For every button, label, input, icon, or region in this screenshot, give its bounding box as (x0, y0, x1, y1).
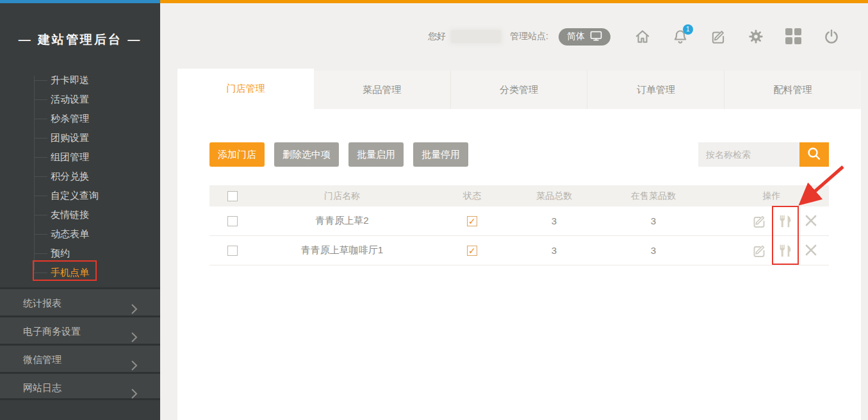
managed-site-label: 管理站点: (510, 31, 548, 42)
grid-icon[interactable] (785, 28, 802, 45)
table-row: 青青原上草咖啡厅1 3 3 (209, 236, 829, 265)
col-header-store-name: 门店名称 (256, 190, 429, 202)
gear-icon[interactable] (748, 28, 764, 45)
sidebar-sections: 统计报表 电子商务设置 微信管理 网站日志 (0, 287, 160, 400)
total-dishes-value: 3 (516, 245, 593, 256)
tab-category-management[interactable]: 分类管理 (450, 71, 587, 109)
edit-icon[interactable] (751, 243, 767, 258)
sidebar-menu: 升卡即送 活动设置 秒杀管理 团购设置 组团管理 积分兑换 自定义查询 友情链接… (0, 71, 160, 282)
sidebar-section-statistics[interactable]: 统计报表 (0, 287, 160, 315)
sidebar-item-flash-sale[interactable]: 秒杀管理 (0, 109, 160, 128)
home-icon[interactable] (634, 28, 651, 45)
select-all-checkbox[interactable] (227, 191, 238, 201)
add-store-button[interactable]: 添加门店 (209, 142, 265, 167)
tab-store-management[interactable]: 门店管理 (177, 69, 314, 109)
app-logo-title: — 建站管理后台 — (0, 3, 160, 67)
batch-enable-button[interactable]: 批量启用 (348, 142, 404, 167)
store-name: 青青原上草2 (256, 215, 429, 227)
sidebar: — 建站管理后台 — 升卡即送 活动设置 秒杀管理 团购设置 组团管理 积分兑换… (0, 3, 160, 420)
search-button[interactable] (799, 142, 829, 167)
sidebar-item-mobile-ordering[interactable]: 手机点单 (0, 263, 160, 282)
magnifier-icon (806, 146, 823, 164)
status-checkbox-checked[interactable] (467, 246, 477, 256)
app: { "app_title": "— 建站管理后台 —", "header": {… (0, 0, 868, 420)
col-header-on-sale-dishes: 在售菜品数 (593, 190, 714, 202)
sidebar-item-card-gift[interactable]: 升卡即送 (0, 71, 160, 90)
close-icon[interactable] (804, 214, 819, 229)
fork-knife-icon[interactable] (778, 214, 793, 229)
stores-table: 门店名称 状态 菜品总数 在售菜品数 操作 青青原上草2 3 3 (209, 185, 829, 265)
store-name: 青青原上草咖啡厅1 (256, 244, 429, 256)
sidebar-item-custom-query[interactable]: 自定义查询 (0, 186, 160, 205)
top-header: 您好 管理站点: 简体 1 (428, 26, 840, 47)
sidebar-section-site-logs[interactable]: 网站日志 (0, 372, 160, 400)
edit-icon[interactable] (710, 28, 726, 45)
power-icon[interactable] (823, 28, 840, 45)
search-input[interactable] (698, 142, 799, 167)
main-panel: 添加门店 删除选中项 批量启用 批量停用 门店名称 状态 菜品总数 在售菜品数 … (177, 109, 861, 420)
col-header-total-dishes: 菜品总数 (516, 190, 593, 202)
total-dishes-value: 3 (516, 215, 593, 226)
tab-ingredient-management[interactable]: 配料管理 (724, 71, 861, 109)
search-box (698, 142, 829, 167)
chevron-right-icon (129, 382, 138, 410)
monitor-icon (590, 31, 602, 43)
site-switcher-pill[interactable]: 简体 (559, 28, 610, 46)
fork-knife-icon[interactable] (778, 243, 793, 258)
sidebar-item-friend-links[interactable]: 友情链接 (0, 205, 160, 224)
bell-icon[interactable]: 1 (672, 28, 689, 45)
username-redacted (451, 30, 501, 43)
sidebar-item-activity-settings[interactable]: 活动设置 (0, 90, 160, 109)
site-switcher-label: 简体 (567, 31, 585, 42)
tab-dish-management[interactable]: 菜品管理 (314, 71, 450, 109)
topbar-orange-accent (160, 0, 868, 3)
sidebar-item-group-buy[interactable]: 团购设置 (0, 128, 160, 147)
col-header-status: 状态 (429, 190, 516, 202)
sidebar-item-group-manage[interactable]: 组团管理 (0, 147, 160, 167)
row-checkbox[interactable] (227, 216, 238, 226)
sidebar-item-reservation[interactable]: 预约 (0, 244, 160, 263)
notification-badge: 1 (683, 24, 693, 35)
table-header-row: 门店名称 状态 菜品总数 在售菜品数 操作 (209, 185, 829, 206)
row-checkbox[interactable] (227, 246, 238, 256)
row-operations (714, 243, 829, 258)
delete-selected-button[interactable]: 删除选中项 (274, 142, 339, 167)
on-sale-dishes-value: 3 (593, 245, 714, 256)
status-checkbox-checked[interactable] (467, 216, 477, 226)
sidebar-item-points-exchange[interactable]: 积分兑换 (0, 167, 160, 186)
toolbar: 添加门店 删除选中项 批量启用 批量停用 (209, 142, 468, 167)
greeting-label: 您好 (428, 31, 446, 42)
batch-disable-button[interactable]: 批量停用 (413, 142, 468, 167)
on-sale-dishes-value: 3 (593, 215, 714, 226)
sidebar-section-ecommerce[interactable]: 电子商务设置 (0, 315, 160, 344)
table-row: 青青原上草2 3 3 (209, 206, 829, 236)
edit-icon[interactable] (751, 214, 767, 229)
sidebar-item-dynamic-forms[interactable]: 动态表单 (0, 224, 160, 244)
sidebar-section-wechat[interactable]: 微信管理 (0, 344, 160, 372)
row-operations (714, 214, 829, 229)
tab-order-management[interactable]: 订单管理 (587, 71, 724, 109)
close-icon[interactable] (804, 243, 819, 258)
col-header-operations: 操作 (714, 190, 829, 202)
tab-bar: 门店管理 菜品管理 分类管理 订单管理 配料管理 (177, 71, 861, 109)
